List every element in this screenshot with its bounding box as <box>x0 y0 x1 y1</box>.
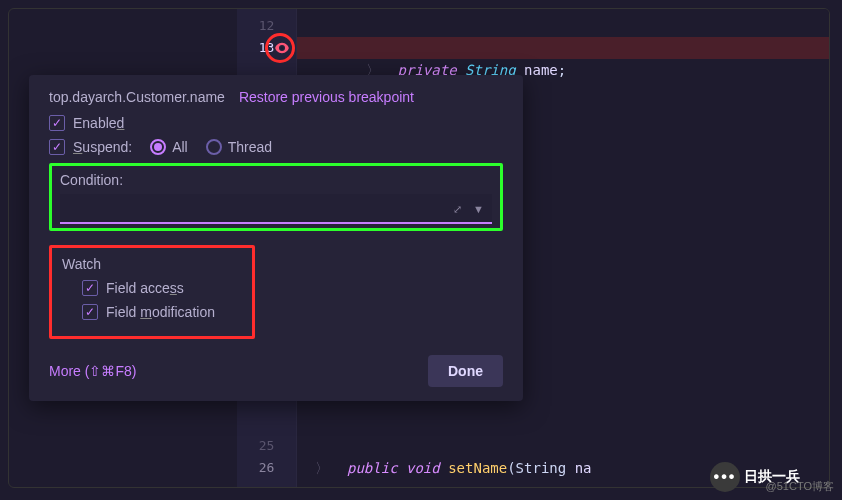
watermark-icon: ••• <box>710 462 740 492</box>
condition-label: Condition: <box>60 172 492 188</box>
breakpoint-fqcn: top.dayarch.Customer.name <box>49 89 225 105</box>
history-dropdown-icon[interactable]: ▼ <box>473 203 484 215</box>
code-line-13[interactable]: 〉private String name; <box>297 37 829 59</box>
breakpoint-popup: top.dayarch.Customer.name Restore previo… <box>29 75 523 401</box>
expand-icon[interactable]: ⤢ <box>453 203 462 216</box>
watermark-right: @51CTO博客 <box>766 479 834 494</box>
more-link[interactable]: More (⇧⌘F8) <box>49 363 136 379</box>
field-watchpoint-icon[interactable] <box>273 39 291 57</box>
suspend-checkbox[interactable] <box>49 139 65 155</box>
condition-annotation-box: Condition: ⤢ ▼ <box>49 163 503 231</box>
suspend-label: Suspend: <box>73 139 132 155</box>
restore-breakpoint-link[interactable]: Restore previous breakpoint <box>239 89 414 105</box>
done-button[interactable]: Done <box>428 355 503 387</box>
enabled-checkbox[interactable] <box>49 115 65 131</box>
enabled-label: Enabled <box>73 115 124 131</box>
field-access-checkbox[interactable] <box>82 280 98 296</box>
field-modification-checkbox[interactable] <box>82 304 98 320</box>
svg-point-0 <box>281 47 284 50</box>
fold-chevron-icon[interactable]: 〉 <box>315 460 329 476</box>
field-access-label: Field access <box>106 280 184 296</box>
gutter-line-25: 25 <box>237 435 296 457</box>
gutter-line-12: 12 <box>237 15 296 37</box>
suspend-thread-radio[interactable]: Thread <box>206 139 272 155</box>
gutter-line-13[interactable]: 13 <box>237 37 296 59</box>
watch-annotation-box: Watch Field access Field modification <box>49 245 255 339</box>
field-modification-label: Field modification <box>106 304 215 320</box>
suspend-all-radio[interactable]: All <box>150 139 188 155</box>
watch-title: Watch <box>62 256 242 272</box>
gutter-line-26: 26 <box>237 457 296 479</box>
condition-input[interactable] <box>60 194 492 224</box>
